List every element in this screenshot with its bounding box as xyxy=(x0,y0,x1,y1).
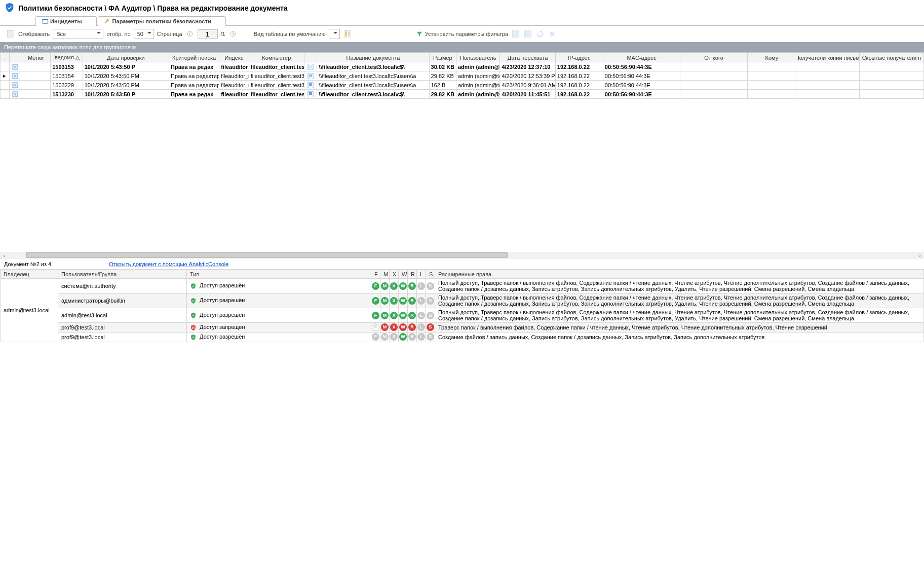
criteria-cell: Права на редак xyxy=(169,90,219,99)
col-index-header[interactable]: Индекс xyxy=(219,53,249,62)
notif-text: 'ведомл xyxy=(54,54,74,60)
mac-cell: 00:50:56:90:44:3E xyxy=(603,81,680,90)
history-icon[interactable] xyxy=(535,29,545,39)
page-next[interactable] xyxy=(228,29,238,39)
perm-ext-header[interactable]: Расширенные права xyxy=(435,270,924,279)
col-cc-header[interactable]: lолучатели копии письм xyxy=(796,53,860,62)
col-icon-header[interactable] xyxy=(9,53,21,62)
perm-row[interactable]: prof9@test3.local Доступ запрещёнFMXWRLS… xyxy=(1,323,924,333)
tab-incidents[interactable]: Инциденты xyxy=(35,16,97,26)
perm-R-header[interactable]: R xyxy=(408,270,417,279)
table-row[interactable]: ▸150315410/1/2020 5:43:50 PMПрава на ред… xyxy=(1,71,924,81)
open-analytic-link[interactable]: Открыть документ с помощью AnalyticConso… xyxy=(109,261,228,267)
col-computer-header[interactable]: Компьютер xyxy=(249,53,304,62)
set-filter-button[interactable]: Установить параметры фильтра xyxy=(416,30,508,38)
perm-flag-W: W xyxy=(399,333,407,341)
perm-flag-L: L xyxy=(417,282,425,290)
perm-X-header[interactable]: X xyxy=(390,270,399,279)
page-input[interactable] xyxy=(198,29,218,39)
svg-rect-27 xyxy=(309,92,312,93)
perm-row[interactable]: администраторы@builtin Доступ разрешёнFM… xyxy=(1,293,924,308)
save-filter-icon[interactable] xyxy=(511,29,520,39)
perm-S-header[interactable]: S xyxy=(426,270,435,279)
col-from-header[interactable]: От кого xyxy=(680,53,747,62)
mac-cell: 00:50:56:90:44:3E xyxy=(603,90,680,99)
svg-point-4 xyxy=(230,31,236,36)
perm-flag-cell: F xyxy=(371,308,380,323)
perm-row[interactable]: prof9@test3.local Доступ разрешёнFMXWRLS… xyxy=(1,332,924,342)
layout-icon[interactable] xyxy=(343,29,352,39)
col-docname-header[interactable]: Название документа xyxy=(317,53,429,62)
expand-cell[interactable] xyxy=(1,81,10,90)
expand-cell[interactable] xyxy=(1,62,10,71)
perm-row[interactable]: admin@test3.local Доступ разрешёнFMXWRLS… xyxy=(1,308,924,323)
perm-L-header[interactable]: L xyxy=(417,270,426,279)
grid-header[interactable]: ≡ Метки 'ведомл △ Дата проверки Критерий… xyxy=(1,53,924,62)
perm-flag-S: S xyxy=(427,282,434,290)
col-to-header[interactable]: Кому xyxy=(747,53,796,62)
table-row[interactable]: 150315310/1/2020 5:43:50 PПрава на редак… xyxy=(1,62,924,71)
svg-rect-28 xyxy=(309,93,312,94)
grid-icon[interactable] xyxy=(6,29,15,39)
svg-rect-9 xyxy=(524,30,531,38)
size-cell: 30.02 KB xyxy=(429,62,456,71)
user-cell: admin (admin@ xyxy=(456,90,500,99)
marks-cell xyxy=(21,90,50,99)
doc-index-bar: Документ №2 из 4 Открыть документ с помо… xyxy=(0,259,924,269)
docname-cell: \\fileauditor_client.test3.local\c$\ xyxy=(317,62,429,71)
group-hint[interactable]: Перетащите сюда заголовок поля для групп… xyxy=(0,42,924,52)
col-expand-header[interactable]: ≡ xyxy=(1,53,10,62)
user-cell: admin (admin@ xyxy=(456,62,500,71)
col-bcc-header[interactable]: Скрытые получатели п xyxy=(859,53,923,62)
page-prev[interactable] xyxy=(185,29,195,39)
marks-cell xyxy=(21,71,50,81)
col-ip-header[interactable]: IP-адрес xyxy=(555,53,603,62)
computer-cell: fileauditor_client.test3.l xyxy=(249,81,304,90)
table-row[interactable]: 151323010/1/2020 5:43:50 PПрава на редак… xyxy=(1,90,924,99)
expand-cell[interactable] xyxy=(1,90,10,99)
perm-ext-cell: Полный доступ, Траверс папок / выполнени… xyxy=(435,308,924,323)
col-mac-header[interactable]: MAC-адрес xyxy=(603,53,680,62)
notif-cell: 1503153 xyxy=(51,62,83,71)
perm-M-header[interactable]: M xyxy=(380,270,390,279)
expand-cell[interactable]: ▸ xyxy=(1,71,10,81)
page-title: Политики безопасности \ ФА Аудитор \ Пра… xyxy=(18,4,288,12)
perm-flag-M: M xyxy=(381,312,389,319)
scroll-right[interactable]: › xyxy=(916,252,924,259)
size-cell: 162 B xyxy=(429,81,456,90)
per-page-dropdown[interactable]: 50 xyxy=(134,29,154,39)
perm-type-header[interactable]: Тип xyxy=(187,270,371,279)
col-intercept-header[interactable]: Дата перехвата xyxy=(500,53,555,62)
scroll-left[interactable]: ‹ xyxy=(0,252,8,259)
perm-owner-header[interactable]: Владелец xyxy=(1,270,58,279)
row-icon xyxy=(9,90,21,99)
notif-cell: 1503229 xyxy=(51,81,83,90)
table-row[interactable]: 150322910/1/2020 5:43:50 PMПрава на реда… xyxy=(1,81,924,90)
horizontal-scrollbar[interactable]: ‹ › xyxy=(0,251,924,259)
col-doctype-header[interactable] xyxy=(304,53,317,62)
index-cell: fileauditor xyxy=(219,62,249,71)
perm-F-header[interactable]: F xyxy=(371,270,380,279)
criteria-cell: Права на редактир xyxy=(169,81,219,90)
clear-icon[interactable] xyxy=(548,29,557,39)
col-checkdate-header[interactable]: Дата проверки xyxy=(83,53,169,62)
perm-header[interactable]: Владелец Пользователь/Группа Тип F M X W… xyxy=(1,270,924,279)
export-icon[interactable] xyxy=(523,29,532,39)
tab-params[interactable]: Параметры политики безопасности xyxy=(98,16,226,26)
svg-rect-2 xyxy=(7,30,14,38)
perm-flag-cell: S xyxy=(426,279,435,293)
perm-user-header[interactable]: Пользователь/Группа xyxy=(58,270,187,279)
scroll-thumb[interactable] xyxy=(26,252,508,258)
col-criteria-header[interactable]: Критерий поиска xyxy=(169,53,219,62)
view-dropdown[interactable] xyxy=(329,29,340,39)
perm-W-header[interactable]: W xyxy=(399,270,408,279)
col-user-header[interactable]: Пользователь xyxy=(456,53,500,62)
col-size-header[interactable]: Размер xyxy=(429,53,456,62)
col-notif-header[interactable]: 'ведомл △ xyxy=(51,53,83,62)
perm-row[interactable]: admin@test3.localсистема@nt authority До… xyxy=(1,279,924,293)
perm-flag-cell: L xyxy=(417,323,426,333)
display-dropdown[interactable]: Все xyxy=(53,29,103,39)
svg-rect-6 xyxy=(345,31,347,36)
perm-flag-S: S xyxy=(427,333,434,341)
col-marks-header[interactable]: Метки xyxy=(21,53,50,62)
